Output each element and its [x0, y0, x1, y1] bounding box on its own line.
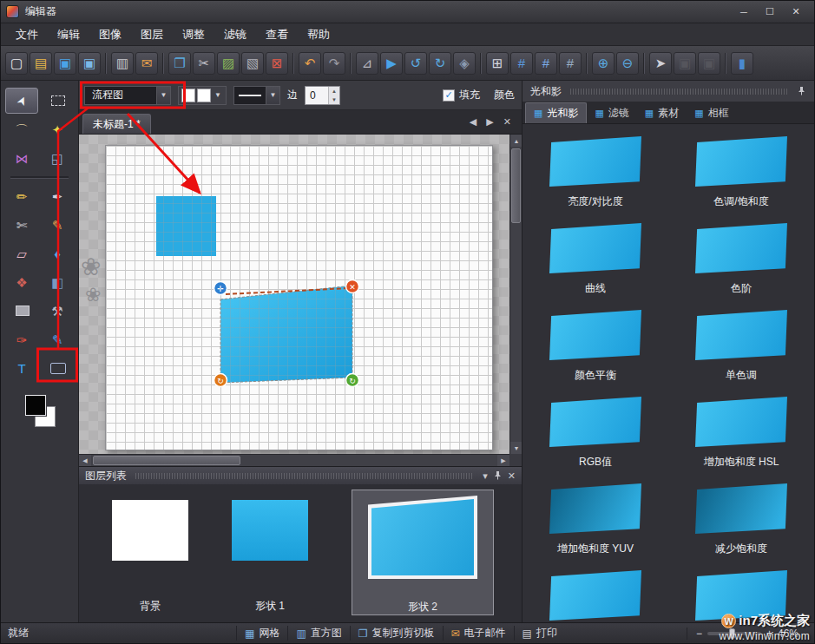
menu-item[interactable]: 帮助 [298, 23, 339, 46]
panel-drag-handle[interactable] [135, 473, 474, 479]
close-tab-icon[interactable]: ✕ [503, 116, 511, 128]
color-label[interactable]: 颜色 [494, 88, 516, 102]
toolbar-icon-export[interactable]: ▮ [731, 52, 753, 75]
toolbar-icon-sep[interactable] [350, 53, 352, 74]
chevron-down-icon[interactable]: ▼ [213, 91, 223, 99]
scroll-up-icon[interactable]: ▲ [510, 135, 522, 147]
menu-item[interactable]: 图层 [131, 23, 173, 46]
preset-item[interactable]: 颜色平衡 [530, 310, 661, 397]
toolbar-icon-email[interactable]: ✉ [135, 52, 158, 75]
rotate-right-handle[interactable]: ↻ [346, 374, 359, 387]
palette-tool-pointer[interactable]: ➤ [5, 88, 38, 114]
toolbar-icon-paste-new[interactable]: ▧ [241, 52, 264, 75]
toolbar-icon-pan[interactable]: ➤ [649, 52, 672, 75]
preset-item[interactable]: 曲线 [530, 223, 661, 310]
menu-item[interactable]: 图像 [89, 23, 131, 46]
palette-tool-red-brush[interactable]: ✑ [5, 326, 38, 352]
toolbar-icon-cut[interactable]: ✂ [193, 52, 215, 75]
preset-item[interactable]: 亮度/对比度 [530, 136, 661, 223]
effects-tab[interactable]: ▦ 相框 [687, 102, 736, 123]
status-button[interactable]: ✉ 电子邮件 [443, 626, 514, 641]
preset-item[interactable] [530, 570, 661, 622]
toolbar-icon-undo[interactable]: ↶ [299, 52, 321, 75]
status-button[interactable]: ▥ 直方图 [287, 626, 349, 641]
horizontal-scrollbar[interactable]: ◀ ▶ [79, 454, 509, 466]
toolbar-icon-sep[interactable] [105, 53, 107, 74]
palette-tool-brush[interactable]: ✎ [41, 212, 74, 238]
toolbar-icon-rotate-right[interactable]: ↻ [429, 52, 451, 75]
palette-tool-crop[interactable]: ◱ [41, 145, 74, 171]
menu-item[interactable]: 查看 [256, 23, 298, 46]
chevron-down-icon[interactable]: ▼ [266, 87, 279, 104]
toolbar-icon-selection-tool-2[interactable]: ▣ [698, 52, 720, 75]
palette-tool-fill[interactable]: ❖ [5, 269, 38, 295]
scroll-down-icon[interactable]: ▼ [510, 442, 522, 454]
toolbar-icon-zoom-in[interactable]: ⊕ [592, 52, 615, 75]
toolbar-icon-gridlines-1[interactable]: # [510, 52, 533, 75]
palette-tool-color-picker[interactable] [5, 298, 38, 324]
toolbar-icon-sep[interactable] [162, 53, 164, 74]
palette-tool-lasso[interactable]: ⌒ [5, 116, 38, 142]
preset-item[interactable]: RGB值 [530, 397, 661, 483]
toolbar-icon-sep[interactable] [643, 53, 645, 74]
stepper-down-icon[interactable]: ▼ [329, 95, 339, 104]
toolbar-icon-save-as[interactable]: ▣ [78, 52, 101, 75]
effects-tab[interactable]: ▦ 素材 [637, 102, 687, 123]
effects-tab[interactable]: ▦ 滤镜 [587, 102, 636, 123]
palette-tool-rect-select[interactable] [41, 88, 74, 114]
toolbar-icon-new[interactable]: ▢ [5, 52, 28, 75]
effects-tab[interactable]: ▦ 光和影 [525, 102, 587, 123]
shape-preset-dropdown[interactable]: 流程图 ▼ [84, 86, 171, 105]
menu-item[interactable]: 文件 [6, 23, 48, 46]
line-style-dropdown[interactable]: ▼ [233, 86, 280, 105]
palette-tool-eraser[interactable]: ▱ [5, 240, 38, 266]
stepper-up-icon[interactable]: ▲ [329, 87, 339, 95]
preset-item[interactable]: 色阶 [676, 223, 806, 310]
maximize-button[interactable]: ☐ [757, 3, 783, 21]
preset-item[interactable]: 单色调 [676, 310, 806, 397]
scroll-right-icon[interactable]: ▶ [497, 455, 509, 466]
vertical-scrollbar[interactable]: ▲ ▼ [509, 135, 522, 454]
palette-tool-magic-wand[interactable]: ✦ [41, 116, 74, 142]
preset-item[interactable]: 减少饱和度 [676, 483, 806, 570]
toolbar-icon-perspective[interactable]: ◈ [453, 52, 476, 75]
toolbar-icon-sep[interactable] [480, 53, 482, 74]
palette-tool-shape[interactable] [41, 355, 74, 381]
toolbar-icon-gridlines-3[interactable]: # [559, 52, 582, 75]
prev-tab-icon[interactable]: ◀ [470, 116, 477, 128]
panel-drag-handle[interactable] [570, 89, 788, 95]
next-tab-icon[interactable]: ▶ [486, 116, 493, 128]
palette-tool-curve[interactable]: ⋈ [5, 145, 38, 171]
toolbar-icon-delete[interactable]: ⊠ [266, 52, 288, 75]
preset-item[interactable]: 增加饱和度 HSL [676, 397, 806, 483]
menu-item[interactable]: 滤镜 [214, 23, 256, 46]
shape-2-canvas[interactable] [220, 286, 352, 383]
move-handle[interactable]: ✛ [214, 282, 227, 295]
close-button[interactable]: ✕ [783, 3, 809, 21]
toolbar-icon-zoom-out[interactable]: ⊖ [616, 52, 639, 75]
toolbar-icon-paste[interactable]: ▨ [217, 52, 240, 75]
toolbar-icon-rotate-left[interactable]: ↺ [404, 52, 427, 75]
preset-item[interactable]: 色调/饱和度 [676, 136, 806, 223]
preset-item[interactable]: 增加饱和度 YUV [530, 483, 661, 570]
status-button[interactable]: ▦ 网格 [236, 626, 287, 641]
fill-checkbox[interactable]: ✓ [443, 89, 455, 102]
palette-tool-gradient[interactable]: ◧ [41, 269, 74, 295]
toolbar-icon-sep[interactable] [725, 53, 726, 74]
toolbar-icon-print[interactable]: ▥ [111, 52, 134, 75]
status-button[interactable]: ❐ 复制到剪切板 [350, 626, 443, 641]
fill-toggle[interactable]: ✓ 填充 [443, 88, 480, 102]
palette-tool-clone-stamp[interactable]: ⚒ [41, 298, 74, 324]
layer-item-形状 1[interactable]: 形状 1 [232, 488, 308, 614]
fill-style-dropdown[interactable]: ▼ [178, 86, 227, 105]
toolbar-icon-sep[interactable] [292, 53, 294, 74]
toolbar-icon-open[interactable]: ▤ [30, 52, 52, 75]
rotate-left-handle[interactable]: ↻ [214, 374, 227, 387]
toolbar-icon-flip-horizontal[interactable]: ⊿ [356, 52, 378, 75]
document-tab[interactable]: 未标题-1 * [82, 114, 151, 134]
vertical-scroll-thumb[interactable] [511, 148, 521, 223]
foreground-color-swatch[interactable] [25, 395, 46, 416]
layer-item-背景[interactable]: 背景 [112, 488, 188, 614]
delete-handle[interactable]: ✕ [346, 280, 359, 293]
document-canvas[interactable]: ✛ ✕ ↻ ↻ [105, 145, 493, 450]
